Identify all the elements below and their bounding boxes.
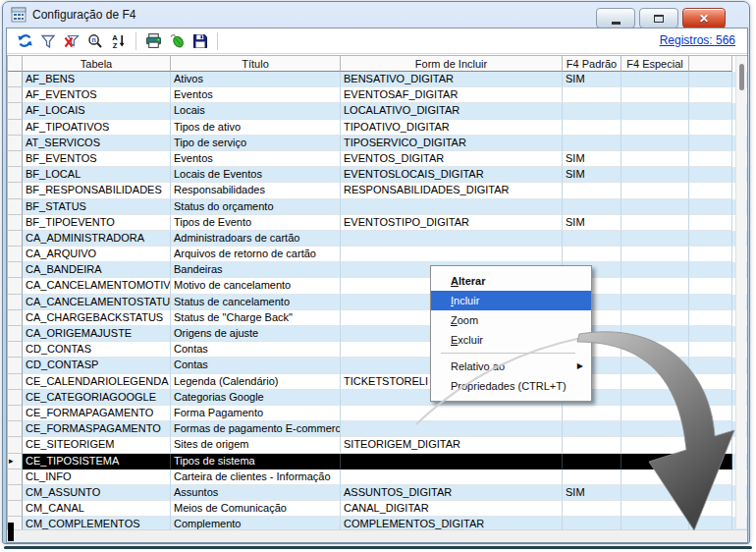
table-row[interactable]: BF_LOCALLocais de EventosEVENTOSLOCAIS_D…: [8, 167, 747, 183]
table-row[interactable]: CD_CONTASContas: [8, 342, 747, 358]
row-selector: [8, 215, 23, 231]
filter-button[interactable]: [36, 30, 60, 52]
table-row[interactable]: CE_FORMAPAGAMENTOForma Pagamento: [8, 406, 747, 421]
cell-tabela: CA_CANCELAMENTOSTATUS: [23, 295, 171, 310]
column-header-t-tulo[interactable]: Título: [171, 56, 341, 72]
table-row[interactable]: AF_TIPOATIVOSTipos de ativoTIPOATIVO_DIG…: [8, 120, 747, 136]
records-link[interactable]: Registros: 566: [660, 33, 735, 47]
table-row[interactable]: ▸CE_TIPOSISTEMATipos de sistema: [8, 454, 747, 469]
save-button[interactable]: [189, 30, 212, 52]
table-row[interactable]: CM_ASSUNTOAssuntosASSUNTOS_DIGITARSIM: [8, 485, 747, 501]
cell-f4-padr-o: [563, 183, 621, 198]
print-button[interactable]: [141, 30, 165, 52]
menu-item-zoom[interactable]: Zoom: [431, 310, 591, 330]
window-shadow: [4, 546, 752, 549]
cell-tabela: CD_CONTASP: [23, 358, 171, 373]
cell-tabela: CE_CALENDARIOLEGENDA: [23, 374, 171, 390]
table-row[interactable]: AF_BENSAtivosBENSATIVO_DIGITARSIM: [8, 72, 747, 87]
maximize-button[interactable]: [639, 8, 678, 28]
cell-tabela: BF_RESPONSABILIDADES: [23, 183, 171, 198]
table-row[interactable]: CE_SITEORIGEMSites de origemSITEORIGEM_D…: [8, 437, 747, 453]
table-row[interactable]: CA_ARQUIVOArquivos de retorno de cartão: [8, 247, 747, 262]
table-row[interactable]: CA_ORIGEMAJUSTEOrigens de ajuste: [8, 326, 747, 342]
cell-form-de-incluir: LOCALATIVO_DIGITAR: [341, 103, 563, 119]
clear-filter-button[interactable]: [60, 30, 83, 52]
table-row[interactable]: CA_CHARGEBACKSTATUSStatus de "Charge Bac…: [8, 310, 747, 326]
table-row[interactable]: BF_RESPONSABILIDADESResponsabilidadesRES…: [8, 183, 747, 198]
menu-item-excluir[interactable]: Excluir: [431, 330, 591, 350]
titlebar[interactable]: Configuração de F4 ✕: [3, 2, 749, 28]
cell-f4-padr-o: [563, 231, 621, 247]
cell-f4-especial: [621, 151, 689, 167]
menu-item-alterar[interactable]: Alterar: [431, 271, 591, 291]
cell-form-de-incluir: BENSATIVO_DIGITAR: [341, 72, 563, 87]
table-row[interactable]: CA_ADMINISTRADORAAdministradoars de cart…: [8, 231, 747, 247]
cell-spacer: [689, 87, 732, 103]
column-header-form-de-incluir[interactable]: Form de Incluir: [341, 56, 563, 72]
table-row[interactable]: CE_CATEGORIAGOOGLECategorias Google: [8, 390, 747, 406]
cell-spacer: [689, 310, 732, 326]
close-button[interactable]: ✕: [682, 8, 726, 28]
table-row[interactable]: BF_TIPOEVENTOTipos de EventoEVENTOSTIPO_…: [8, 215, 747, 231]
cell-tabela: CE_FORMAPAGAMENTO: [23, 406, 171, 421]
cell-spacer: [689, 167, 732, 183]
table-row[interactable]: AT_SERVICOSTipo de serviçoTIPOSERVICO_DI…: [8, 136, 747, 151]
search-button[interactable]: n: [83, 30, 107, 52]
cell-f4-especial: [621, 469, 689, 485]
column-header-f4-padr-o[interactable]: F4 Padrão: [563, 56, 621, 72]
column-header-f4-especial[interactable]: F4 Especial: [621, 56, 689, 72]
row-selector: [8, 501, 23, 517]
cell-t-tulo: Status de cancelamento: [171, 295, 341, 310]
column-header-tabela[interactable]: Tabela: [23, 56, 171, 72]
toolbar-separator: [135, 32, 136, 50]
scrollbar-thumb[interactable]: [739, 64, 744, 90]
cell-tabela: CA_ADMINISTRADORA: [23, 231, 171, 247]
cell-tabela: CA_ARQUIVO: [23, 247, 171, 262]
table-row[interactable]: CA_CANCELAMENTOSTATUSStatus de cancelame…: [8, 295, 747, 310]
table-row[interactable]: CM_CANALMeios de ComunicaçãoCANAL_DIGITA…: [8, 501, 747, 517]
table-row[interactable]: CL_INFOCarteira de clientes - Informação: [8, 469, 747, 485]
cell-spacer: [689, 421, 732, 437]
table-row[interactable]: CM_COMPLEMENTOSComplementoCOMPLEMENTOS_D…: [8, 517, 747, 529]
cell-f4-especial: [621, 454, 689, 469]
cell-f4-padr-o: [563, 469, 621, 485]
table-row[interactable]: CD_CONTASPContas: [8, 358, 747, 373]
cell-spacer: [689, 374, 732, 390]
spacer-header: [689, 56, 732, 72]
cell-spacer: [689, 469, 732, 485]
row-selector: [8, 406, 23, 421]
cell-form-de-incluir: [341, 421, 563, 437]
cell-f4-padr-o: SIM: [563, 167, 621, 183]
minimize-button[interactable]: [596, 8, 635, 28]
table-row[interactable]: AF_LOCAISLocaisLOCALATIVO_DIGITAR: [8, 103, 747, 119]
cell-f4-especial: [621, 406, 689, 421]
refresh-button[interactable]: [13, 30, 36, 52]
row-selector: [8, 437, 23, 453]
table-row[interactable]: CA_BANDEIRABandeiras: [8, 262, 747, 278]
mouse-button[interactable]: [165, 30, 189, 52]
table-row[interactable]: AF_EVENTOSEventosEVENTOSAF_DIGITAR: [8, 87, 747, 103]
menu-item-relativo-ao[interactable]: Relativo ao▶: [431, 357, 591, 376]
desktop-background: Configuração de F4 ✕: [0, 0, 756, 552]
table-row[interactable]: BF_EVENTOSEventosEVENTOS_DIGITARSIM: [8, 151, 747, 167]
table-row[interactable]: CA_CANCELAMENTOMOTIVOMotivo de cancelame…: [8, 278, 747, 294]
menu-item-propriedades-ctrl-t[interactable]: Propriedades (CTRL+T): [431, 376, 591, 396]
cell-tabela: CE_FORMASPAGAMENTO: [23, 421, 171, 437]
cell-spacer: [689, 247, 732, 262]
data-grid: TabelaTítuloForm de IncluirF4 PadrãoF4 E…: [7, 55, 747, 529]
cell-t-tulo: Origens de ajuste: [171, 326, 341, 342]
sort-button[interactable]: A Z: [107, 30, 131, 52]
text-cursor: [8, 523, 14, 541]
cell-tabela: CM_CANAL: [23, 501, 171, 517]
table-row[interactable]: CE_CALENDARIOLEGENDALegenda (Calendário)…: [8, 374, 747, 390]
table-row[interactable]: CE_FORMASPAGAMENTOFormas de pagamento E-…: [8, 421, 747, 437]
close-icon: ✕: [699, 13, 709, 25]
menu-item-incluir[interactable]: Incluir: [431, 291, 591, 310]
table-row[interactable]: BF_STATUSStatus do orçamento: [8, 199, 747, 215]
cell-t-tulo: Locais de Eventos: [171, 167, 341, 183]
cell-t-tulo: Tipo de serviço: [171, 136, 341, 151]
cell-f4-especial: [621, 262, 689, 278]
cell-f4-padr-o: [563, 454, 621, 469]
cell-f4-padr-o: [563, 120, 621, 136]
vertical-scrollbar[interactable]: [735, 56, 746, 528]
